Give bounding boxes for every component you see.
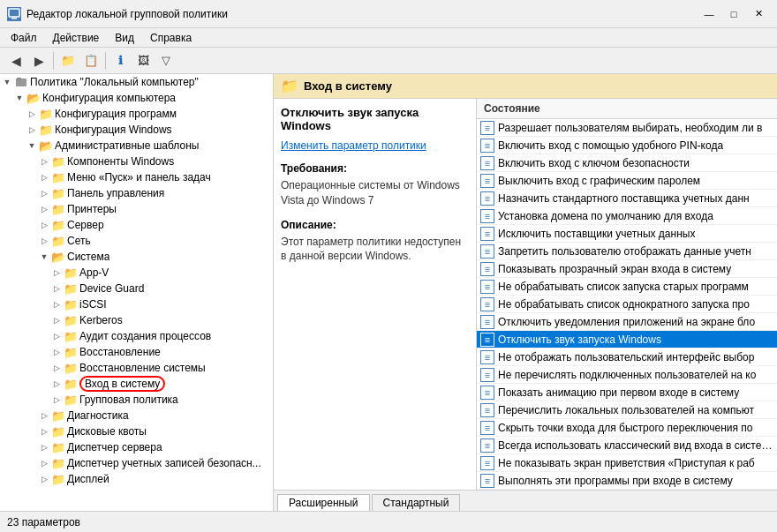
expand-icon-disk-quotas[interactable]: ▷	[37, 427, 51, 436]
tree-node-local-policy[interactable]: ▼Политика "Локальный компьютер"	[0, 74, 273, 90]
expand-icon-device-guard[interactable]: ▷	[49, 284, 64, 293]
policy-item-p5[interactable]: ≡Назначить стандартного поставщика учетн…	[477, 190, 777, 207]
policy-item-p14[interactable]: ≡Не отображать пользовательский интерфей…	[477, 348, 777, 366]
policy-item-p2[interactable]: ≡Включить вход с помощью удобного PIN-ко…	[477, 137, 777, 154]
tree-node-recovery[interactable]: ▷📁Восстановление	[0, 344, 273, 360]
policy-item-p1[interactable]: ≡Разрешает пользователям выбирать, необх…	[477, 119, 777, 137]
policy-item-p11[interactable]: ≡Не обрабатывать список однократного зап…	[477, 296, 777, 313]
policy-item-p18[interactable]: ≡Скрыть точки входа для быстрого переклю…	[477, 419, 777, 437]
policy-item-p8[interactable]: ≡Запретить пользователю отображать данны…	[477, 243, 777, 260]
expand-icon-windows-config[interactable]: ▷	[25, 125, 39, 134]
folder-icon-account-mgr: 📁	[51, 456, 65, 470]
tree-node-app-v[interactable]: ▷📁App-V	[0, 265, 273, 281]
expand-icon-system[interactable]: ▼	[37, 252, 51, 261]
expand-icon-printers[interactable]: ▷	[37, 205, 51, 214]
maximize-button[interactable]: □	[722, 5, 745, 23]
menu-item-help[interactable]: Справка	[143, 30, 199, 46]
back-button[interactable]: ◀	[5, 50, 26, 71]
tree-node-system[interactable]: ▼📂Система	[0, 249, 273, 265]
expand-icon-local-policy[interactable]: ▼	[0, 78, 14, 86]
close-button[interactable]: ✕	[747, 5, 770, 23]
forward-button[interactable]: ▶	[28, 50, 49, 71]
expand-icon-server[interactable]: ▷	[37, 221, 51, 229]
menu-item-action[interactable]: Действие	[46, 30, 107, 46]
tree-node-windows-config[interactable]: ▷📁Конфигурация Windows	[0, 122, 273, 138]
expand-icon-control-panel[interactable]: ▷	[37, 189, 51, 198]
tree-node-system-recovery[interactable]: ▷📁Восстановление системы	[0, 360, 273, 376]
policy-item-p20[interactable]: ≡Не показывать экран приветствия «Присту…	[477, 454, 777, 472]
expand-icon-system-recovery[interactable]: ▷	[49, 363, 64, 372]
copy-button[interactable]: 📋	[80, 50, 102, 71]
menu-item-view[interactable]: Вид	[108, 30, 141, 46]
expand-icon-computer-config[interactable]: ▼	[12, 94, 26, 102]
policy-item-p21[interactable]: ≡Выполнять эти программы при входе в сис…	[477, 472, 777, 490]
tree-node-group-policy[interactable]: ▷📁Групповая политика	[0, 392, 273, 408]
tree-node-iscsi[interactable]: ▷📁iSCSI	[0, 296, 273, 312]
policy-item-p13[interactable]: ≡Отключить звук запуска Windows	[477, 331, 777, 348]
tree-node-display[interactable]: ▷📁Дисплей	[0, 471, 273, 487]
expand-icon-process-audit[interactable]: ▷	[49, 332, 64, 341]
tab-extended[interactable]: Расширенный	[277, 494, 370, 511]
policy-item-p6[interactable]: ≡Установка домена по умолчанию для входа	[477, 207, 777, 225]
description-text: Этот параметр политики недоступен в данн…	[281, 235, 469, 265]
tree-node-printers[interactable]: ▷📁Принтеры	[0, 201, 273, 217]
expand-icon-group-policy[interactable]: ▷	[49, 395, 64, 404]
tree-node-diagnostics[interactable]: ▷📁Диагностика	[0, 408, 273, 423]
folder-icon-computer-config: 📂	[26, 91, 41, 105]
expand-icon-start-menu[interactable]: ▷	[37, 173, 51, 182]
expand-icon-server-manager[interactable]: ▷	[37, 443, 51, 452]
tree-node-computer-config[interactable]: ▼📂Конфигурация компьютера	[0, 90, 273, 106]
svg-rect-1	[11, 18, 17, 19]
expand-icon-kerberos[interactable]: ▷	[49, 316, 64, 325]
tree-node-logon[interactable]: ▷📁Вход в систему	[0, 376, 273, 392]
expand-icon-program-config[interactable]: ▷	[25, 109, 39, 118]
change-policy-link[interactable]: Изменить параметр политики	[281, 139, 426, 152]
policy-item-p3[interactable]: ≡Включить вход с ключом безопасности	[477, 154, 777, 172]
status-text: 23 параметров	[7, 516, 80, 528]
policy-item-p17[interactable]: ≡Перечислить локальных пользователей на …	[477, 401, 777, 419]
expand-icon-account-mgr[interactable]: ▷	[37, 459, 51, 468]
expand-icon-diagnostics[interactable]: ▷	[37, 411, 51, 420]
tree-label-system-recovery: Восстановление системы	[79, 362, 206, 374]
policy-item-p19[interactable]: ≡Всегда использовать классический вид вх…	[477, 437, 777, 454]
tree-node-server-manager[interactable]: ▷📁Диспетчер сервера	[0, 439, 273, 455]
expand-icon-display[interactable]: ▷	[37, 475, 51, 483]
tree-label-app-v: App-V	[79, 266, 109, 279]
right-content: Отключить звук запуска Windows Изменить …	[274, 99, 777, 490]
tree-node-control-panel[interactable]: ▷📁Панель управления	[0, 185, 273, 201]
expand-icon-recovery[interactable]: ▷	[49, 348, 64, 356]
tree-node-network[interactable]: ▷📁Сеть	[0, 233, 273, 249]
policy-item-p9[interactable]: ≡Показывать прозрачный экран входа в сис…	[477, 260, 777, 278]
expand-icon-windows-components[interactable]: ▷	[37, 157, 51, 166]
policy-item-p12[interactable]: ≡Отключить уведомления приложений на экр…	[477, 313, 777, 331]
policy-item-p10[interactable]: ≡Не обрабатывать список запуска старых п…	[477, 278, 777, 296]
policy-item-p7[interactable]: ≡Исключить поставщики учетных данных	[477, 225, 777, 243]
tree-label-display: Дисплей	[67, 473, 109, 485]
tree-node-admin-templates[interactable]: ▼📂Административные шаблоны	[0, 138, 273, 154]
tree-node-start-menu[interactable]: ▷📁Меню «Пуск» и панель задач	[0, 169, 273, 185]
tree-node-program-config[interactable]: ▷📁Конфигурация программ	[0, 106, 273, 122]
tree-node-disk-quotas[interactable]: ▷📁Дисковые квоты	[0, 423, 273, 439]
tree-node-account-mgr[interactable]: ▷📁Диспетчер учетных записей безопасн...	[0, 455, 273, 471]
tree-node-device-guard[interactable]: ▷📁Device Guard	[0, 281, 273, 296]
expand-icon-iscsi[interactable]: ▷	[49, 300, 64, 309]
tree-node-server[interactable]: ▷📁Сервер	[0, 217, 273, 233]
menu-item-file[interactable]: Файл	[4, 30, 44, 46]
policy-item-p15[interactable]: ≡Не перечислять подключенных пользовател…	[477, 366, 777, 384]
info-button[interactable]: ℹ	[109, 50, 131, 71]
minimize-button[interactable]: —	[698, 5, 720, 23]
policy-item-p16[interactable]: ≡Показать анимацию при первом входе в си…	[477, 384, 777, 401]
folder-button[interactable]: 📁	[57, 50, 79, 71]
filter-button[interactable]: ▽	[155, 50, 177, 71]
policy-item-p4[interactable]: ≡Выключить вход с графическим паролем	[477, 172, 777, 190]
tree-node-kerberos[interactable]: ▷📁Kerberos	[0, 312, 273, 328]
tree-node-windows-components[interactable]: ▷📁Компоненты Windows	[0, 154, 273, 169]
expand-icon-logon[interactable]: ▷	[49, 379, 64, 388]
tab-standard[interactable]: Стандартный	[372, 494, 461, 511]
view-button[interactable]: 🖼	[132, 50, 154, 71]
expand-icon-network[interactable]: ▷	[37, 236, 51, 245]
expand-icon-admin-templates[interactable]: ▼	[25, 141, 39, 150]
tree-node-process-audit[interactable]: ▷📁Аудит создания процессов	[0, 328, 273, 344]
expand-icon-app-v[interactable]: ▷	[49, 268, 64, 277]
folder-icon-logon: 📁	[64, 377, 78, 391]
